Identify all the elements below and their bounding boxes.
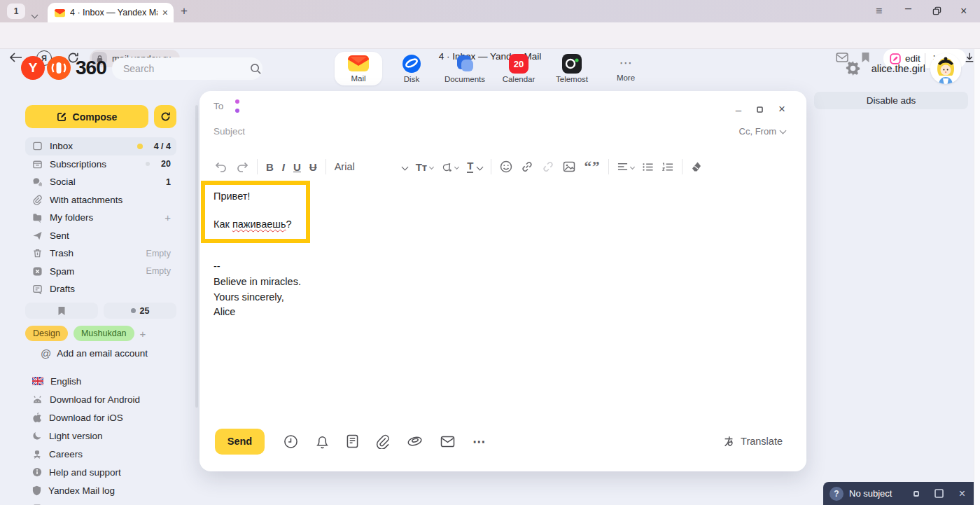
sidebar-item-drafts[interactable]: Drafts <box>25 280 176 298</box>
tag-design[interactable]: Design <box>25 326 68 341</box>
link-careers[interactable]: Careers <box>25 448 176 459</box>
minimized-draft-bar[interactable]: ? No subject × <box>823 482 974 505</box>
search-icon[interactable] <box>250 63 262 75</box>
avatar[interactable] <box>930 53 961 84</box>
quote-icon[interactable]: “” <box>584 158 600 176</box>
attach-file-icon[interactable] <box>376 434 389 449</box>
reminder-bell-icon[interactable] <box>316 434 329 449</box>
sidebar-item-sent[interactable]: Sent <box>25 227 176 245</box>
italic-button[interactable]: I <box>282 161 285 173</box>
window-restore-icon[interactable] <box>932 6 941 15</box>
attach-from-disk-icon[interactable] <box>407 435 423 448</box>
emoji-icon[interactable] <box>500 160 512 173</box>
schedule-send-icon[interactable] <box>284 434 298 449</box>
insert-link-icon[interactable] <box>521 160 533 173</box>
help-icon[interactable]: ? <box>830 487 844 501</box>
sidebar-item-my-folders[interactable]: My folders + <box>25 209 176 227</box>
highlight-color-select[interactable] <box>442 162 458 172</box>
font-family-select[interactable]: Arial <box>335 161 407 172</box>
link-help-support[interactable]: Help and support <box>25 466 176 478</box>
account-username[interactable]: alice.the.girl <box>867 63 925 74</box>
text-color-select[interactable]: T <box>467 160 473 173</box>
underline-button[interactable]: U <box>293 161 301 173</box>
sidebar-item-spam[interactable]: Spam Empty <box>25 263 176 281</box>
cc-from-toggle[interactable]: Cc, From <box>739 126 785 137</box>
redo-icon[interactable] <box>236 161 248 172</box>
strikethrough-button[interactable]: U <box>309 161 317 173</box>
add-tag-icon[interactable]: + <box>140 328 146 340</box>
translate-label: Translate <box>741 436 783 447</box>
unread-count-pill[interactable]: 25 <box>104 303 176 319</box>
sidebar-item-trash[interactable]: Trash Empty <box>25 244 176 263</box>
template-icon[interactable] <box>346 434 358 448</box>
search-input[interactable] <box>123 63 250 74</box>
window-minimize-icon[interactable]: – <box>905 2 911 15</box>
sidebar-item-subscriptions[interactable]: Subscriptions 20 <box>25 155 176 174</box>
link-download-ios[interactable]: Download for iOS <box>25 412 176 423</box>
bookmark-icon[interactable] <box>861 52 870 63</box>
draft-close-icon[interactable]: × <box>959 487 965 500</box>
disable-ads-button[interactable]: Disable ads <box>814 92 968 109</box>
align-select[interactable] <box>617 162 634 171</box>
tab-close-icon[interactable]: × <box>162 8 168 18</box>
app-documents[interactable]: Documents <box>441 52 489 85</box>
app-disk[interactable]: Disk <box>388 52 435 85</box>
remove-link-icon[interactable] <box>542 160 554 173</box>
link-download-android[interactable]: Download for Android <box>25 394 176 405</box>
app-mail[interactable]: Mail <box>335 52 382 85</box>
sidebar-item-with-attachments[interactable]: With attachments <box>25 191 176 209</box>
refresh-button[interactable] <box>154 105 176 128</box>
font-size-select[interactable]: Tт <box>416 161 434 173</box>
compose-button[interactable]: Compose <box>25 105 148 128</box>
misspelled-word[interactable]: паживаешь <box>232 219 286 230</box>
browser-tab[interactable]: 4 · Inbox — Yandex Mail × <box>48 3 174 22</box>
link-light-version[interactable]: Light version <box>25 430 176 441</box>
link-mail-log[interactable]: Yandex Mail log <box>25 485 176 496</box>
eraser-icon[interactable] <box>691 161 702 172</box>
saved-filter-pill[interactable] <box>25 303 98 319</box>
app-telemost[interactable]: Telemost <box>548 52 596 85</box>
attach-from-mail-icon[interactable] <box>440 436 455 448</box>
subject-input[interactable] <box>214 126 739 137</box>
yandex-360-logo[interactable]: Y 360 <box>21 56 106 80</box>
link-language[interactable]: English <box>25 375 176 387</box>
at-icon: @ <box>41 347 51 359</box>
body-question[interactable]: Как паживаешь? <box>214 219 306 230</box>
sidebar-item-social[interactable]: Social 1 <box>25 173 176 191</box>
bold-button[interactable]: B <box>266 161 274 173</box>
body-greeting[interactable]: Привет! <box>214 191 306 202</box>
chevron-down-icon[interactable] <box>32 8 37 20</box>
folder-count[interactable]: Empty <box>146 249 171 258</box>
add-folder-icon[interactable]: + <box>164 212 171 223</box>
add-email-account[interactable]: @ Add an email account <box>41 347 148 359</box>
page-scrollbar[interactable] <box>974 49 980 505</box>
browser-menu-icon[interactable]: ≡ <box>876 5 882 18</box>
bullet-list-icon[interactable] <box>643 162 654 172</box>
translate-button[interactable]: Translate <box>722 435 783 448</box>
more-options-icon[interactable]: ⋯ <box>472 434 486 450</box>
draft-restore-small-icon[interactable] <box>913 491 919 497</box>
app-more[interactable]: ⋯ More <box>602 52 650 85</box>
numbered-list-icon[interactable] <box>662 162 673 172</box>
folder-count[interactable]: Empty <box>146 266 171 276</box>
compose-restore-icon[interactable] <box>757 106 763 113</box>
window-close-icon[interactable]: × <box>960 5 967 18</box>
undo-icon[interactable] <box>215 161 227 172</box>
unread-count: 25 <box>140 306 150 316</box>
settings-gear-icon[interactable] <box>846 61 860 76</box>
signature-block[interactable]: -- Believe in miracles. Yours sincerely,… <box>214 259 301 320</box>
font-name: Arial <box>335 161 355 172</box>
app-calendar[interactable]: 20 Calendar <box>495 52 542 85</box>
new-tab-button[interactable]: + <box>181 4 188 18</box>
sidebar-scrollbar[interactable] <box>195 105 198 408</box>
compose-close-icon[interactable]: × <box>778 102 785 116</box>
sidebar-item-inbox[interactable]: Inbox 4 / 4 <box>25 137 176 155</box>
send-button[interactable]: Send <box>215 429 265 455</box>
compose-minimize-icon[interactable]: – <box>736 104 741 116</box>
tag-mushukdan[interactable]: Mushukdan <box>74 326 134 341</box>
draft-maximize-icon[interactable] <box>934 489 944 498</box>
tab-group-badge[interactable]: 1 <box>7 4 25 19</box>
folder-count: 4 / 4 <box>154 141 171 151</box>
insert-image-icon[interactable] <box>563 161 575 172</box>
search-bar[interactable] <box>112 57 262 80</box>
